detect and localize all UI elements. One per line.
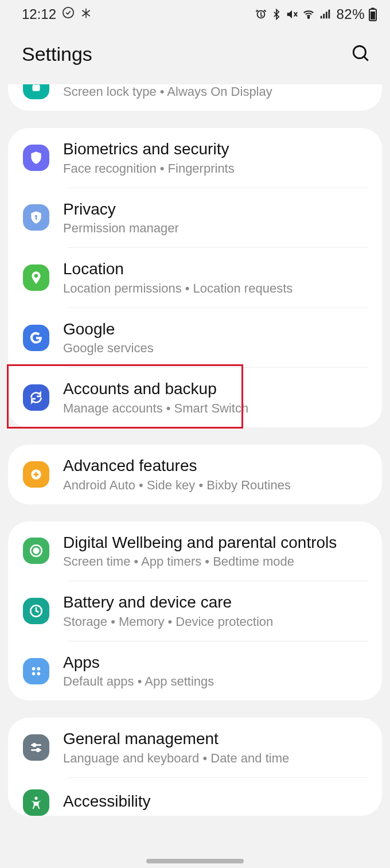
shield-icon [23, 145, 49, 171]
status-bar: 12:12 82% [0, 0, 390, 29]
svg-point-16 [37, 672, 41, 675]
svg-point-8 [35, 215, 37, 217]
item-subtitle: Default apps • App settings [63, 674, 368, 689]
settings-item-digital-wellbeing[interactable]: Digital Wellbeing and parental controlsS… [8, 521, 382, 581]
svg-rect-7 [33, 85, 40, 91]
item-title: Privacy [63, 200, 368, 219]
pin-icon [23, 264, 49, 291]
settings-item-biometrics[interactable]: Biometrics and securityFace recognition … [8, 128, 382, 188]
item-body: AppsDefault apps • App settings [63, 653, 368, 690]
google-icon [23, 325, 49, 351]
item-title: Apps [63, 653, 368, 672]
care-icon [23, 598, 49, 624]
wifi-icon [302, 8, 315, 21]
svg-point-15 [32, 672, 36, 675]
battery-icon [368, 7, 377, 21]
svg-point-14 [37, 667, 41, 670]
alarm-icon [255, 8, 267, 21]
item-subtitle: Storage • Memory • Device protection [63, 614, 368, 629]
svg-point-13 [32, 667, 36, 670]
settings-item-lockscreen[interactable]: Screen lock type • Always On Display [8, 84, 382, 111]
item-body: General managementLanguage and keyboard … [63, 729, 368, 766]
item-subtitle: Face recognition • Fingerprints [63, 161, 368, 176]
settings-item-privacy[interactable]: PrivacyPermission manager [8, 188, 382, 248]
settings-item-accessibility[interactable]: Accessibility [8, 778, 382, 816]
bluetooth-icon [271, 8, 282, 21]
settings-group: Screen lock type • Always On Display [8, 84, 382, 111]
settings-item-accounts-backup[interactable]: Accounts and backupManage accounts • Sma… [8, 368, 382, 427]
a11y-icon [23, 789, 49, 816]
item-title: Accounts and backup [63, 379, 368, 399]
svg-point-5 [353, 46, 365, 58]
settings-list: Screen lock type • Always On DisplayBiom… [0, 84, 390, 816]
search-icon [351, 56, 370, 65]
item-subtitle: Manage accounts • Smart Switch [63, 401, 368, 416]
item-subtitle: Location permissions • Location requests [63, 281, 368, 296]
settings-item-apps[interactable]: AppsDefault apps • App settings [8, 641, 382, 701]
item-title: Biometrics and security [63, 139, 368, 159]
item-subtitle: Google services [63, 341, 368, 356]
item-body: Accessibility [63, 792, 368, 813]
sync-icon [23, 384, 49, 411]
item-body: PrivacyPermission manager [63, 200, 368, 236]
item-subtitle: Permission manager [63, 221, 368, 236]
app-header: Settings [0, 29, 390, 84]
status-snowflake-icon [80, 6, 92, 22]
item-title: General management [63, 729, 368, 749]
item-body: Advanced featuresAndroid Auto • Side key… [63, 456, 368, 493]
item-body: Digital Wellbeing and parental controlsS… [63, 533, 368, 570]
settings-group: Advanced featuresAndroid Auto • Side key… [8, 445, 382, 504]
item-title: Digital Wellbeing and parental controls [63, 533, 368, 552]
settings-group: Biometrics and securityFace recognition … [8, 128, 382, 427]
settings-item-general-management[interactable]: General managementLanguage and keyboard … [8, 718, 382, 777]
item-title: Advanced features [63, 456, 368, 476]
item-subtitle: Language and keyboard • Date and time [63, 751, 368, 766]
battery-percent: 82% [336, 6, 365, 22]
settings-group: General managementLanguage and keyboard … [8, 718, 382, 816]
settings-item-advanced-features[interactable]: Advanced featuresAndroid Auto • Side key… [8, 445, 382, 504]
svg-rect-9 [36, 217, 37, 220]
privacy-icon [23, 204, 49, 231]
svg-point-21 [34, 797, 37, 800]
item-subtitle: Screen time • App timers • Bedtime mode [63, 554, 368, 569]
mute-icon [286, 8, 298, 21]
item-body: LocationLocation permissions • Location … [63, 259, 368, 296]
svg-rect-3 [371, 8, 375, 10]
lock-icon [23, 84, 49, 99]
page-title: Settings [22, 43, 92, 65]
search-button[interactable] [349, 41, 373, 67]
settings-item-battery-care[interactable]: Battery and device careStorage • Memory … [8, 581, 382, 641]
svg-point-0 [63, 7, 73, 18]
item-title: Battery and device care [63, 593, 368, 612]
sliders-icon [23, 734, 49, 761]
status-right: 82% [255, 6, 377, 22]
item-subtitle: Screen lock type • Always On Display [63, 84, 368, 99]
gear-plus-icon [23, 461, 49, 488]
item-body: Accounts and backupManage accounts • Sma… [63, 379, 368, 416]
item-body: Battery and device careStorage • Memory … [63, 593, 368, 629]
apps-icon [23, 658, 49, 684]
item-body: GoogleGoogle services [63, 320, 368, 356]
settings-item-location[interactable]: LocationLocation permissions • Location … [8, 248, 382, 308]
status-time: 12:12 [22, 6, 56, 22]
svg-point-1 [308, 17, 310, 18]
svg-line-6 [364, 57, 368, 61]
item-title: Google [63, 320, 368, 339]
svg-point-19 [33, 744, 36, 746]
item-title: Location [63, 259, 368, 279]
nav-handle[interactable] [146, 859, 244, 863]
status-check-icon [62, 6, 75, 22]
item-body: Biometrics and securityFace recognition … [63, 139, 368, 176]
settings-group: Digital Wellbeing and parental controlsS… [8, 521, 382, 701]
item-subtitle: Android Auto • Side key • Bixby Routines [63, 478, 368, 493]
signal-icon [319, 8, 332, 21]
wellbeing-icon [23, 538, 49, 564]
svg-rect-4 [370, 11, 375, 20]
svg-point-20 [37, 749, 40, 752]
status-left: 12:12 [22, 6, 92, 22]
item-title: Accessibility [63, 792, 368, 811]
item-body: Screen lock type • Always On Display [63, 84, 368, 99]
settings-item-google[interactable]: GoogleGoogle services [8, 308, 382, 368]
